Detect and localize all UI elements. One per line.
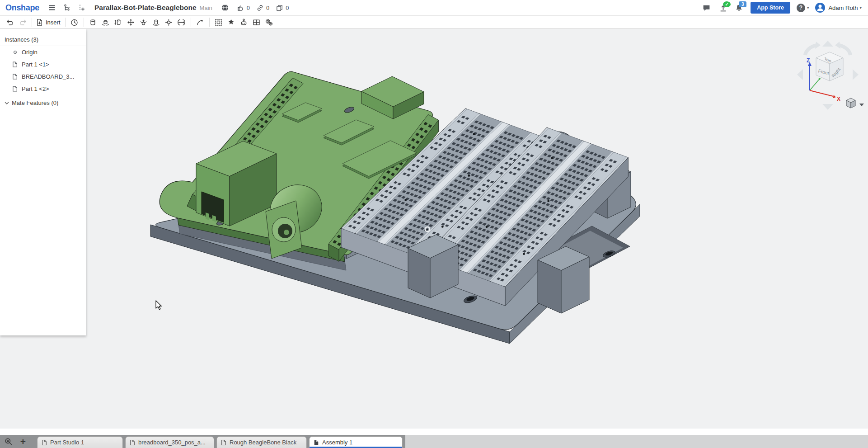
instances-header: Instances (3) [0,29,86,46]
assembly-icon [313,439,319,446]
avatar [815,3,825,13]
app-store-button[interactable]: App Store [751,2,790,14]
user-name: Adam Roth [828,5,858,11]
pin-slot-mate-icon [164,18,173,27]
fastened-mate-button[interactable] [87,17,99,28]
add-tab-icon[interactable]: + [18,437,28,447]
group-icon [214,18,223,27]
planar-mate-button[interactable] [125,17,137,28]
mate-connector-button[interactable] [225,17,237,28]
z-axis: Z [807,57,812,90]
document-tabs: Part Studio 1 breadboard_350_pos_a... Ro… [37,436,403,448]
help-icon: ? [797,4,805,12]
upload-check-badge: ✓ [723,1,731,7]
tab-label: Assembly 1 [322,439,352,446]
view-cube[interactable]: Y Top Front Right Z X [786,34,868,112]
part-studio-icon [129,439,136,446]
named-positions-button[interactable] [251,17,263,28]
like-counter[interactable]: 0 [237,4,250,12]
fastened-mate-icon [89,18,97,27]
mate-features-header[interactable]: Mate Features (0) [0,97,86,109]
view-options-caret-icon[interactable] [859,104,864,106]
slider-mate-button[interactable] [113,17,124,28]
instance-label: Part 1 <2> [22,85,49,92]
link-icon [256,4,264,12]
toolbar-divider [209,18,210,27]
document-title[interactable]: Parallax-Bot-Plate-Beaglebone [94,4,197,12]
assembly-3d-view[interactable] [0,29,868,429]
user-caret-icon: ▾ [859,5,862,10]
user-menu[interactable]: Adam Roth ▾ [809,3,862,13]
like-count: 0 [247,5,250,11]
insert-icon [35,18,44,27]
x-axis-label: X [837,96,840,102]
link-counter[interactable]: 0 [256,4,269,12]
instance-item-origin[interactable]: Origin [0,46,86,58]
instance-label: Part 1 <1> [22,61,49,68]
tangent-mate-button[interactable] [176,17,188,28]
mate-connector-icon [227,18,235,27]
instances-list: Origin Part 1 <1> BREADBOARD_3... Part 1… [0,46,86,95]
gear-relation-button[interactable] [263,17,275,28]
undo-button[interactable] [4,17,16,28]
toolbar-divider [191,18,191,27]
toolbar-button-label: Insert [46,19,61,26]
instance-label: BREADBOARD_3... [22,73,74,80]
notifications-button[interactable]: 3 [735,4,743,12]
copies-icon [276,4,283,12]
branch-name[interactable]: Main [200,5,212,11]
tab-label: Rough BeagleBone Black [230,439,296,446]
instances-panel: Instances (3) Origin Part 1 <1> BREADBOA… [0,29,86,335]
origin-icon [12,49,19,56]
view-cube-body[interactable] [816,52,843,81]
onshape-logo[interactable]: Onshape [5,3,39,13]
group-button[interactable] [213,17,225,28]
z-axis-label: Z [807,57,810,64]
view-options-cube-icon[interactable] [846,98,855,108]
share-status-button[interactable]: ✓ [719,4,727,12]
notification-count-badge: 3 [739,1,746,7]
replicate-button[interactable] [238,17,250,28]
public-globe-icon[interactable] [220,2,230,13]
comments-icon[interactable] [701,2,712,13]
replicate-icon [239,18,248,27]
instance-item-part-1-2[interactable]: Part 1 <2> [0,83,86,95]
planar-mate-icon [127,18,135,27]
tab-part-studio-1[interactable]: Part Studio 1 [37,436,123,448]
tab-bar-spacer [0,429,868,435]
instance-item-breadboard-3[interactable]: BREADBOARD_3... [0,71,86,83]
part-icon [12,61,19,68]
tab-breadboard-350-pos-a[interactable]: breadboard_350_pos_a... [125,436,214,448]
document-tab-bar: + Part Studio 1 breadboard_350_pos_a... … [0,435,868,448]
part-icon [12,73,19,80]
versions-icon[interactable] [62,2,73,13]
insert-button[interactable]: Insert [35,17,62,28]
chevron-down-icon[interactable] [4,100,10,106]
snap-mode-button[interactable] [194,17,206,28]
follow-document-icon[interactable] [76,2,87,13]
ball-mate-icon [139,18,148,27]
tab-assembly-1[interactable]: Assembly 1 [309,436,403,448]
x-axis: X [810,90,840,102]
redo-button[interactable] [17,17,28,28]
slider-mate-icon [114,18,122,27]
cylindrical-mate-button[interactable] [150,17,162,28]
manage-tabs-icon[interactable] [4,437,14,447]
cylindrical-mate-icon [152,18,160,27]
copy-counter[interactable]: 0 [276,4,289,12]
tab-rough-beaglebone-black[interactable]: Rough BeagleBone Black [216,436,307,448]
hamburger-menu-icon[interactable] [47,2,57,13]
app-header: Onshape Parallax-Bot-Plate-Beaglebone Ma… [0,0,868,16]
ball-mate-button[interactable] [138,17,150,28]
revolute-mate-button[interactable] [100,17,112,28]
instance-item-part-1-1[interactable]: Part 1 <1> [0,58,86,71]
part-studio-icon [41,439,47,446]
named-positions-icon [252,18,261,27]
history-button[interactable] [69,17,80,28]
pin-slot-mate-button[interactable] [163,17,175,28]
undo-icon [6,18,14,27]
history-icon [70,18,79,27]
onshape-app: Y Top Front Right Z X Onshape [0,0,868,448]
help-menu[interactable]: ? ▾ [797,4,809,12]
tab-label: Part Studio 1 [50,439,84,446]
